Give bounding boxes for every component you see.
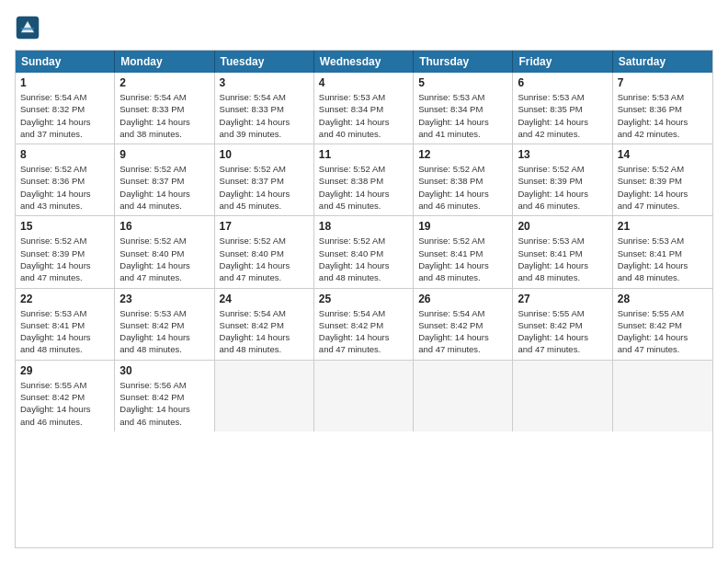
calendar-cell: 2Sunrise: 5:54 AM Sunset: 8:33 PM Daylig… bbox=[115, 73, 214, 144]
calendar-cell: 4Sunrise: 5:53 AM Sunset: 8:34 PM Daylig… bbox=[314, 73, 414, 144]
calendar-cell: 25Sunrise: 5:54 AM Sunset: 8:42 PM Dayli… bbox=[314, 289, 414, 360]
day-number: 29 bbox=[20, 364, 109, 377]
calendar-cell: 19Sunrise: 5:52 AM Sunset: 8:41 PM Dayli… bbox=[414, 216, 513, 287]
day-number: 5 bbox=[418, 76, 507, 89]
day-number: 24 bbox=[220, 293, 309, 305]
day-number: 18 bbox=[319, 220, 408, 233]
calendar-cell: 6Sunrise: 5:53 AM Sunset: 8:35 PM Daylig… bbox=[513, 73, 612, 144]
day-number: 6 bbox=[518, 76, 607, 89]
day-number: 28 bbox=[618, 293, 708, 305]
day-number: 17 bbox=[220, 220, 309, 233]
day-info: Sunrise: 5:53 AM Sunset: 8:35 PM Dayligh… bbox=[518, 91, 607, 140]
day-number: 7 bbox=[618, 76, 708, 89]
day-info: Sunrise: 5:53 AM Sunset: 8:41 PM Dayligh… bbox=[20, 307, 109, 356]
calendar-cell: 22Sunrise: 5:53 AM Sunset: 8:41 PM Dayli… bbox=[16, 289, 115, 360]
day-info: Sunrise: 5:52 AM Sunset: 8:39 PM Dayligh… bbox=[518, 163, 607, 212]
calendar-cell: 17Sunrise: 5:52 AM Sunset: 8:40 PM Dayli… bbox=[215, 216, 314, 287]
day-info: Sunrise: 5:55 AM Sunset: 8:42 PM Dayligh… bbox=[618, 307, 708, 356]
calendar-cell: 27Sunrise: 5:55 AM Sunset: 8:42 PM Dayli… bbox=[513, 289, 612, 360]
day-info: Sunrise: 5:52 AM Sunset: 8:40 PM Dayligh… bbox=[119, 235, 209, 283]
calendar-header: SundayMondayTuesdayWednesdayThursdayFrid… bbox=[16, 51, 712, 73]
calendar-cell: 12Sunrise: 5:52 AM Sunset: 8:38 PM Dayli… bbox=[414, 144, 513, 215]
calendar-cell: 5Sunrise: 5:53 AM Sunset: 8:34 PM Daylig… bbox=[414, 73, 513, 144]
day-number: 10 bbox=[220, 148, 309, 161]
day-info: Sunrise: 5:54 AM Sunset: 8:33 PM Dayligh… bbox=[220, 91, 309, 140]
logo bbox=[15, 15, 44, 40]
week-row-4: 22Sunrise: 5:53 AM Sunset: 8:41 PM Dayli… bbox=[16, 289, 712, 361]
calendar-cell: 26Sunrise: 5:54 AM Sunset: 8:42 PM Dayli… bbox=[414, 289, 513, 360]
calendar-cell bbox=[414, 361, 513, 431]
calendar-container: SundayMondayTuesdayWednesdayThursdayFrid… bbox=[15, 50, 713, 548]
calendar-cell bbox=[513, 361, 612, 431]
calendar-cell: 15Sunrise: 5:52 AM Sunset: 8:39 PM Dayli… bbox=[16, 216, 115, 287]
day-info: Sunrise: 5:53 AM Sunset: 8:42 PM Dayligh… bbox=[119, 307, 209, 356]
day-number: 9 bbox=[119, 148, 209, 161]
day-number: 8 bbox=[20, 148, 109, 161]
day-number: 21 bbox=[618, 220, 708, 233]
day-info: Sunrise: 5:52 AM Sunset: 8:37 PM Dayligh… bbox=[220, 163, 309, 212]
calendar-cell: 10Sunrise: 5:52 AM Sunset: 8:37 PM Dayli… bbox=[215, 144, 314, 215]
day-number: 3 bbox=[220, 76, 309, 89]
header-day-monday: Monday bbox=[115, 51, 214, 73]
calendar-body: 1Sunrise: 5:54 AM Sunset: 8:32 PM Daylig… bbox=[16, 73, 712, 431]
day-number: 23 bbox=[119, 293, 209, 305]
day-info: Sunrise: 5:52 AM Sunset: 8:37 PM Dayligh… bbox=[119, 163, 209, 212]
day-number: 1 bbox=[20, 76, 109, 89]
header-day-tuesday: Tuesday bbox=[215, 51, 314, 73]
day-number: 26 bbox=[418, 293, 507, 305]
day-info: Sunrise: 5:53 AM Sunset: 8:34 PM Dayligh… bbox=[319, 91, 408, 140]
day-number: 11 bbox=[319, 148, 408, 161]
day-number: 4 bbox=[319, 76, 408, 89]
logo-icon bbox=[15, 15, 40, 40]
day-info: Sunrise: 5:56 AM Sunset: 8:42 PM Dayligh… bbox=[119, 379, 209, 428]
calendar-cell: 20Sunrise: 5:53 AM Sunset: 8:41 PM Dayli… bbox=[513, 216, 612, 287]
calendar-cell: 9Sunrise: 5:52 AM Sunset: 8:37 PM Daylig… bbox=[115, 144, 214, 215]
day-info: Sunrise: 5:52 AM Sunset: 8:39 PM Dayligh… bbox=[20, 235, 109, 283]
calendar-cell: 24Sunrise: 5:54 AM Sunset: 8:42 PM Dayli… bbox=[215, 289, 314, 360]
calendar-cell bbox=[215, 361, 314, 431]
calendar-cell: 7Sunrise: 5:53 AM Sunset: 8:36 PM Daylig… bbox=[613, 73, 712, 144]
header-day-friday: Friday bbox=[513, 51, 612, 73]
calendar-cell: 13Sunrise: 5:52 AM Sunset: 8:39 PM Dayli… bbox=[513, 144, 612, 215]
day-info: Sunrise: 5:52 AM Sunset: 8:40 PM Dayligh… bbox=[220, 235, 309, 283]
day-number: 16 bbox=[119, 220, 209, 233]
day-number: 13 bbox=[518, 148, 607, 161]
header-day-saturday: Saturday bbox=[613, 51, 712, 73]
day-number: 22 bbox=[20, 293, 109, 305]
calendar-cell: 11Sunrise: 5:52 AM Sunset: 8:38 PM Dayli… bbox=[314, 144, 414, 215]
day-number: 15 bbox=[20, 220, 109, 233]
day-info: Sunrise: 5:53 AM Sunset: 8:41 PM Dayligh… bbox=[618, 235, 708, 283]
calendar-cell: 3Sunrise: 5:54 AM Sunset: 8:33 PM Daylig… bbox=[215, 73, 314, 144]
calendar-cell: 14Sunrise: 5:52 AM Sunset: 8:39 PM Dayli… bbox=[613, 144, 712, 215]
header-day-thursday: Thursday bbox=[414, 51, 513, 73]
day-info: Sunrise: 5:54 AM Sunset: 8:33 PM Dayligh… bbox=[119, 91, 209, 140]
day-info: Sunrise: 5:52 AM Sunset: 8:39 PM Dayligh… bbox=[618, 163, 708, 212]
day-number: 27 bbox=[518, 293, 607, 305]
week-row-1: 1Sunrise: 5:54 AM Sunset: 8:32 PM Daylig… bbox=[16, 73, 712, 144]
calendar-cell: 16Sunrise: 5:52 AM Sunset: 8:40 PM Dayli… bbox=[115, 216, 214, 287]
day-info: Sunrise: 5:52 AM Sunset: 8:40 PM Dayligh… bbox=[319, 235, 408, 283]
day-info: Sunrise: 5:55 AM Sunset: 8:42 PM Dayligh… bbox=[518, 307, 607, 356]
day-info: Sunrise: 5:54 AM Sunset: 8:42 PM Dayligh… bbox=[220, 307, 309, 356]
calendar-cell: 23Sunrise: 5:53 AM Sunset: 8:42 PM Dayli… bbox=[115, 289, 214, 360]
day-info: Sunrise: 5:52 AM Sunset: 8:38 PM Dayligh… bbox=[418, 163, 507, 212]
day-info: Sunrise: 5:55 AM Sunset: 8:42 PM Dayligh… bbox=[20, 379, 109, 428]
calendar-cell: 18Sunrise: 5:52 AM Sunset: 8:40 PM Dayli… bbox=[314, 216, 414, 287]
day-number: 12 bbox=[418, 148, 507, 161]
page: SundayMondayTuesdayWednesdayThursdayFrid… bbox=[0, 0, 728, 563]
day-info: Sunrise: 5:54 AM Sunset: 8:42 PM Dayligh… bbox=[418, 307, 507, 356]
week-row-2: 8Sunrise: 5:52 AM Sunset: 8:36 PM Daylig… bbox=[16, 144, 712, 216]
day-number: 20 bbox=[518, 220, 607, 233]
calendar-cell: 8Sunrise: 5:52 AM Sunset: 8:36 PM Daylig… bbox=[16, 144, 115, 215]
calendar-cell: 28Sunrise: 5:55 AM Sunset: 8:42 PM Dayli… bbox=[613, 289, 712, 360]
header bbox=[15, 15, 713, 40]
svg-rect-2 bbox=[21, 28, 34, 30]
day-info: Sunrise: 5:52 AM Sunset: 8:38 PM Dayligh… bbox=[319, 163, 408, 212]
header-day-sunday: Sunday bbox=[16, 51, 115, 73]
day-info: Sunrise: 5:53 AM Sunset: 8:36 PM Dayligh… bbox=[618, 91, 708, 140]
day-info: Sunrise: 5:53 AM Sunset: 8:34 PM Dayligh… bbox=[418, 91, 507, 140]
week-row-3: 15Sunrise: 5:52 AM Sunset: 8:39 PM Dayli… bbox=[16, 216, 712, 288]
calendar-cell: 21Sunrise: 5:53 AM Sunset: 8:41 PM Dayli… bbox=[613, 216, 712, 287]
day-info: Sunrise: 5:52 AM Sunset: 8:36 PM Dayligh… bbox=[20, 163, 109, 212]
day-info: Sunrise: 5:54 AM Sunset: 8:32 PM Dayligh… bbox=[20, 91, 109, 140]
